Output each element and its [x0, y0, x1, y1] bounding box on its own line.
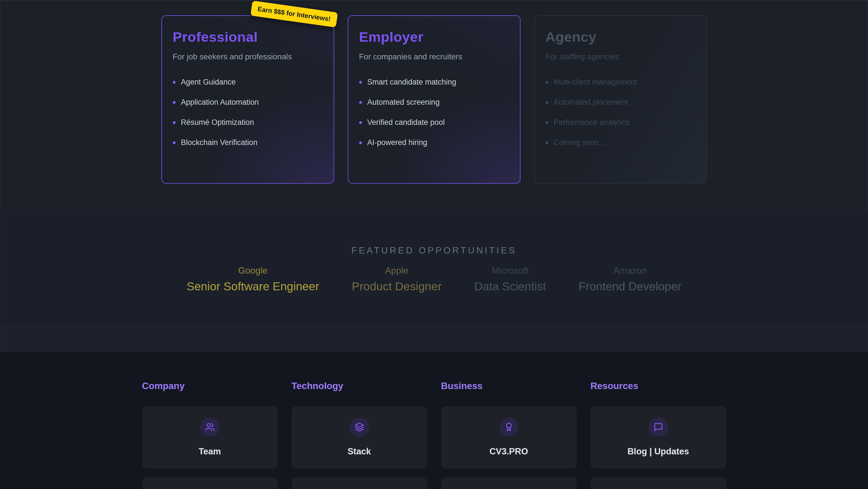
footer-column-resources: Resources Blog | Updates — [591, 381, 726, 489]
footer-card-label: Stack — [347, 447, 371, 457]
footer-heading: Business — [441, 381, 577, 392]
footer-column-business: Business CV3.PRO — [441, 381, 577, 489]
users-icon — [205, 422, 215, 432]
bullet-icon — [173, 81, 176, 84]
featured-job-apple: Apple Product Designer — [352, 265, 442, 293]
footer-column-company: Company Team — [142, 381, 278, 489]
plan-subtitle: For companies and recruiters — [359, 52, 509, 61]
icon-circle — [499, 418, 519, 437]
footer-card-cv3pro[interactable]: CV3.PRO — [441, 406, 577, 468]
job-title: Product Designer — [352, 280, 442, 293]
plan-feature: Automated screening — [359, 98, 509, 107]
job-company: Apple — [385, 265, 408, 276]
bullet-icon — [546, 81, 548, 84]
plan-subtitle: For job seekers and professionals — [173, 52, 323, 61]
footer-card-label: CV3.PRO — [489, 447, 528, 457]
plan-feature: Résumé Optimization — [173, 118, 323, 127]
footer-card-label: Blog | Updates — [627, 447, 689, 457]
bullet-icon — [173, 101, 176, 104]
plan-subtitle: For staffing agencies — [546, 52, 695, 61]
landing-page: Earn $$$ for Interviews! Professional Fo… — [0, 0, 868, 489]
footer-heading: Technology — [291, 381, 427, 392]
plan-feature-label: Blockchain Verification — [181, 138, 257, 147]
plan-title: Professional — [173, 29, 323, 45]
plan-card-professional[interactable]: Professional For job seekers and profess… — [161, 15, 334, 183]
plan-feature: AI-powered hiring — [359, 138, 509, 147]
plan-feature-label: Multi-client management — [554, 78, 637, 87]
bullet-icon — [546, 141, 548, 144]
footer-card-partial[interactable] — [591, 477, 726, 489]
featured-jobs-carousel: Google Senior Software Engineer Apple Pr… — [0, 265, 868, 293]
plan-feature-label: Agent Guidance — [181, 78, 236, 87]
plan-feature-list: Agent Guidance Application Automation Ré… — [173, 78, 323, 147]
featured-job-microsoft: Microsoft Data Scientist — [474, 265, 546, 293]
plan-feature-label: Automated placement — [554, 98, 628, 107]
footer-card-partial[interactable] — [441, 477, 577, 489]
bullet-icon — [359, 81, 362, 84]
footer-heading: Company — [142, 381, 278, 392]
plan-feature: Automated placement — [546, 98, 695, 107]
plan-feature-list: Multi-client management Automated placem… — [546, 78, 695, 147]
footer-card-label: Team — [198, 447, 221, 457]
footer-heading: Resources — [591, 381, 726, 392]
plans-row: Professional For job seekers and profess… — [0, 15, 868, 183]
bullet-icon — [359, 141, 362, 144]
footer-column-technology: Technology Stack — [291, 381, 427, 489]
plan-feature-label: Coming soon... — [554, 138, 605, 147]
featured-opportunities-section: FEATURED OPPORTUNITIES Google Senior Sof… — [0, 212, 868, 324]
footer-card-stack[interactable]: Stack — [291, 406, 427, 468]
plan-feature: Verified candidate pool — [359, 118, 509, 127]
job-title: Data Scientist — [474, 280, 546, 293]
bullet-icon — [173, 121, 176, 124]
plan-feature-list: Smart candidate matching Automated scree… — [359, 78, 509, 147]
bullet-icon — [173, 141, 176, 144]
layers-icon — [354, 422, 364, 432]
featured-job-google: Google Senior Software Engineer — [187, 265, 319, 293]
plan-feature: Performance analytics — [546, 118, 695, 127]
plan-feature: Multi-client management — [546, 78, 695, 87]
icon-circle — [649, 418, 668, 437]
plan-title: Employer — [359, 29, 509, 45]
job-title: Senior Software Engineer — [187, 280, 319, 293]
message-square-icon — [654, 422, 663, 432]
icon-circle — [200, 418, 220, 437]
job-title: Frontend Developer — [579, 280, 681, 293]
plan-feature: Blockchain Verification — [173, 138, 323, 147]
section-divider-band — [0, 325, 868, 352]
plan-feature-label: AI-powered hiring — [367, 138, 428, 147]
plan-title: Agency — [546, 29, 695, 45]
award-icon — [504, 422, 514, 432]
featured-heading: FEATURED OPPORTUNITIES — [0, 212, 868, 256]
footer-card-partial[interactable] — [142, 477, 278, 489]
footer-card-partial[interactable] — [291, 477, 427, 489]
footer: Company Team Technology — [0, 352, 868, 489]
plan-feature: Agent Guidance — [173, 78, 323, 87]
featured-job-amazon: Amazon Frontend Developer — [579, 265, 681, 293]
plan-feature-label: Performance analytics — [554, 118, 629, 127]
plan-feature: Coming soon... — [546, 138, 695, 147]
plan-feature: Smart candidate matching — [359, 78, 509, 87]
plan-card-agency: Agency For staffing agencies Multi-clien… — [534, 15, 707, 183]
footer-card-blog[interactable]: Blog | Updates — [591, 406, 726, 468]
bullet-icon — [359, 101, 362, 104]
plan-feature: Application Automation — [173, 98, 323, 107]
job-company: Google — [238, 265, 268, 276]
job-company: Microsoft — [492, 265, 528, 276]
plan-card-employer[interactable]: Employer For companies and recruiters Sm… — [348, 15, 521, 183]
plan-feature-label: Smart candidate matching — [367, 78, 457, 87]
plans-section: Earn $$$ for Interviews! Professional Fo… — [0, 0, 868, 211]
job-company: Amazon — [613, 265, 647, 276]
plan-feature-label: Résumé Optimization — [181, 118, 254, 127]
footer-card-team[interactable]: Team — [142, 406, 278, 468]
icon-circle — [350, 418, 369, 437]
bullet-icon — [546, 121, 548, 124]
footer-grid: Company Team Technology — [0, 352, 868, 489]
plan-feature-label: Verified candidate pool — [367, 118, 445, 127]
plan-feature-label: Application Automation — [181, 98, 259, 107]
plan-feature-label: Automated screening — [367, 98, 440, 107]
bullet-icon — [546, 101, 548, 104]
bullet-icon — [359, 121, 362, 124]
